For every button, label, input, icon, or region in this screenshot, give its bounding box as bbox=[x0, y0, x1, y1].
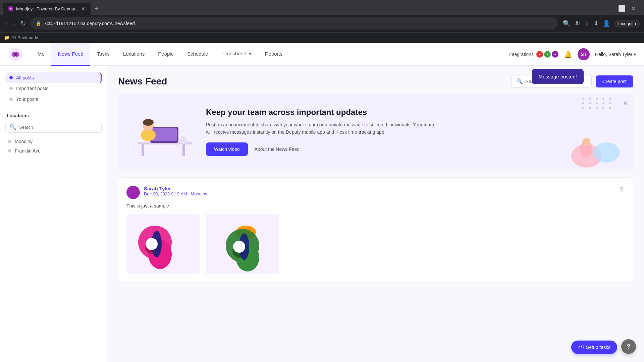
int-dot-green: ● bbox=[544, 51, 551, 58]
url-text: 7cf47d19112152.na.deputy.com/#newsfeed bbox=[44, 21, 552, 26]
nav-item-schedule[interactable]: Schedule bbox=[180, 43, 215, 66]
nav-item-timesheets[interactable]: Timesheets ▾ bbox=[215, 43, 258, 66]
sidebar-item-all-posts[interactable]: All posts bbox=[5, 72, 102, 83]
minimize-button[interactable]: — bbox=[607, 5, 613, 12]
svg-point-16 bbox=[593, 142, 620, 163]
browser-chrome: Moodjoy - Powered By Deputy... ✕ + — ⬜ ✕… bbox=[0, 0, 644, 43]
sidebar-locations-section: Locations 🔍 Moodjoy Franklin Ave bbox=[5, 113, 102, 156]
toolbar-icons: 🔍 👁 ☆ ⬇ 👤 Incognito bbox=[560, 20, 640, 27]
star-icon[interactable]: ☆ bbox=[584, 20, 590, 27]
nav-item-newsfeed[interactable]: News Feed bbox=[51, 43, 90, 66]
lock-icon: 🔒 bbox=[36, 21, 41, 26]
tab-title: Moodjoy - Powered By Deputy... bbox=[16, 6, 78, 11]
address-bar[interactable]: 🔒 7cf47d19112152.na.deputy.com/#newsfeed bbox=[30, 17, 557, 29]
post-image-1 bbox=[126, 214, 200, 274]
page-title: News Feed bbox=[118, 76, 167, 87]
maximize-button[interactable]: ⬜ bbox=[618, 5, 626, 12]
location-name-franklinave: Franklin Ave bbox=[15, 148, 41, 154]
banner-close-button[interactable]: ✕ bbox=[623, 100, 628, 107]
post-location-link[interactable]: Moodjoy bbox=[191, 191, 207, 196]
all-posts-dot bbox=[9, 76, 13, 79]
integrations-button[interactable]: Integrations ● ● ● bbox=[509, 51, 558, 58]
post-images bbox=[126, 214, 625, 274]
nav-item-reports[interactable]: Reports bbox=[258, 43, 289, 66]
active-tab[interactable]: Moodjoy - Powered By Deputy... ✕ bbox=[3, 3, 91, 15]
post-header: Sarah Tyler Dec 20, 2023 9:19 AM · Moodj… bbox=[126, 186, 625, 199]
incognito-badge[interactable]: Incognito bbox=[614, 20, 640, 27]
app-logo[interactable] bbox=[8, 47, 23, 62]
search-icon: 🔍 bbox=[10, 124, 16, 130]
sidebar-location-moodjoy[interactable]: Moodjoy bbox=[5, 137, 102, 146]
tab-close-button[interactable]: ✕ bbox=[81, 6, 85, 12]
post-meta: Sarah Tyler Dec 20, 2023 9:19 AM · Moodj… bbox=[144, 186, 619, 196]
new-tab-button[interactable]: + bbox=[92, 4, 101, 13]
svg-point-19 bbox=[582, 138, 590, 146]
eye-icon[interactable]: 👁 bbox=[574, 20, 580, 27]
integration-dots: ● ● ● bbox=[536, 51, 558, 58]
user-avatar[interactable]: ST bbox=[578, 48, 590, 60]
create-post-button[interactable]: Create post bbox=[596, 75, 633, 87]
svg-marker-14 bbox=[184, 135, 186, 137]
nav-item-tasks[interactable]: Tasks bbox=[90, 43, 116, 66]
notifications-bell[interactable]: 🔔 bbox=[564, 50, 572, 58]
location-dot-moodjoy bbox=[8, 140, 11, 143]
all-posts-label: All posts bbox=[16, 75, 34, 80]
sidebar-posts-section: All posts Important posts Your posts bbox=[5, 72, 102, 105]
search-icon[interactable]: 🔍 bbox=[563, 20, 570, 27]
window-controls: — ⬜ ✕ bbox=[607, 5, 641, 12]
nav-item-locations[interactable]: Locations bbox=[116, 43, 151, 66]
bookmarks-label[interactable]: 📁 All Bookmarks bbox=[4, 35, 39, 40]
profile-icon[interactable]: 👤 bbox=[603, 20, 610, 27]
svg-point-2 bbox=[14, 53, 17, 56]
close-button[interactable]: ✕ bbox=[631, 5, 636, 12]
nav-items: Me News Feed Tasks Locations People Sche… bbox=[31, 43, 509, 66]
sidebar-location-franklinave[interactable]: Franklin Ave bbox=[5, 146, 102, 156]
post-image-2 bbox=[206, 214, 279, 274]
banner-illustration bbox=[131, 105, 195, 159]
svg-point-26 bbox=[146, 238, 158, 250]
decorative-dots bbox=[582, 98, 613, 109]
post-avatar bbox=[126, 186, 140, 199]
svg-point-33 bbox=[233, 241, 245, 253]
nav-right: Integrations ● ● ● 🔔 ST Hello, Sarah Tyl… bbox=[509, 48, 636, 60]
location-name-moodjoy: Moodjoy bbox=[15, 139, 33, 144]
bookmarks-bar: 📁 All Bookmarks bbox=[0, 32, 644, 43]
location-dot-franklinave bbox=[8, 149, 11, 153]
post-card: Sarah Tyler Dec 20, 2023 9:19 AM · Moodj… bbox=[118, 177, 633, 283]
tab-favicon bbox=[8, 6, 13, 11]
news-feed-banner: ✕ bbox=[118, 94, 633, 169]
important-posts-label: Important posts bbox=[16, 86, 49, 91]
banner-right-decoration bbox=[566, 129, 633, 169]
locations-search-container[interactable]: 🔍 bbox=[5, 122, 102, 133]
app-container: Me News Feed Tasks Locations People Sche… bbox=[0, 43, 644, 362]
help-icon: ? bbox=[627, 343, 631, 350]
download-icon[interactable]: ⬇ bbox=[594, 20, 599, 27]
main-content: All posts Important posts Your posts Loc… bbox=[0, 66, 644, 362]
sidebar-item-your-posts[interactable]: Your posts bbox=[5, 94, 102, 105]
nav-item-people[interactable]: People bbox=[151, 43, 180, 66]
hello-user-label[interactable]: Hello, Sarah Tyler ▾ bbox=[595, 52, 636, 57]
banner-title: Keep your team across important updates bbox=[206, 108, 620, 117]
post-author-name[interactable]: Sarah Tyler bbox=[144, 186, 619, 191]
reload-button[interactable]: ↻ bbox=[19, 18, 28, 29]
nav-item-me[interactable]: Me bbox=[31, 43, 51, 66]
back-button[interactable]: ‹ bbox=[4, 18, 9, 29]
sidebar-item-important-posts[interactable]: Important posts bbox=[5, 83, 102, 94]
watch-video-button[interactable]: Watch video bbox=[206, 142, 248, 156]
banner-content: Keep your team across important updates … bbox=[206, 108, 620, 156]
browser-tabs-bar: Moodjoy - Powered By Deputy... ✕ + — ⬜ ✕ bbox=[0, 0, 644, 15]
setup-tasks-button[interactable]: 4/7 Setup tasks bbox=[571, 341, 617, 354]
forward-button[interactable]: › bbox=[12, 18, 17, 29]
post-delete-button[interactable]: 🗑 bbox=[619, 186, 625, 193]
svg-point-10 bbox=[143, 119, 154, 126]
svg-marker-13 bbox=[182, 135, 184, 137]
your-posts-label: Your posts bbox=[16, 97, 38, 102]
banner-actions: Watch video About the News Feed bbox=[206, 142, 620, 156]
page-area: News Feed 🔍 Create post ✕ bbox=[107, 66, 644, 362]
help-button[interactable]: ? bbox=[621, 339, 636, 354]
setup-tasks-label: 4/7 Setup tasks bbox=[578, 345, 610, 350]
about-news-feed-link[interactable]: About the News Feed bbox=[255, 146, 300, 152]
locations-search-input[interactable] bbox=[19, 125, 97, 130]
sidebar-divider bbox=[5, 110, 102, 110]
search-bar-icon: 🔍 bbox=[516, 78, 523, 84]
